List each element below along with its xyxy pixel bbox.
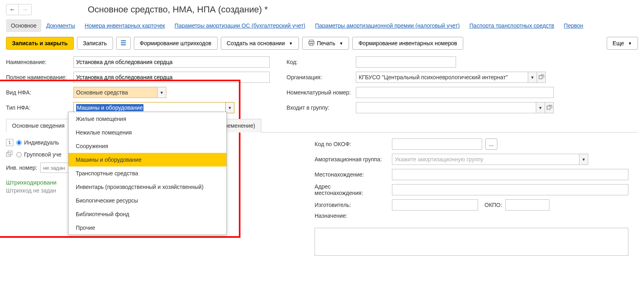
nfa-kind-label: Вид НФА: — [6, 89, 70, 96]
okpo-label: ОКПО: — [485, 202, 502, 208]
dropdown-option[interactable]: Биологические ресурсы — [69, 194, 226, 207]
generate-inventory-numbers-button[interactable]: Формирование инвентарных номеров — [352, 37, 463, 50]
nfa-kind-dropdown-button[interactable]: ▼ — [157, 87, 166, 98]
nav-tab-amortization-bonus[interactable]: Параметры амортизационной премии (налого… — [310, 19, 464, 32]
svg-rect-3 — [309, 40, 313, 42]
organization-open-button[interactable] — [537, 72, 546, 83]
okpo-input[interactable] — [505, 199, 549, 211]
svg-rect-4 — [309, 42, 314, 44]
group-value[interactable] — [356, 102, 536, 113]
nfa-type-label: Тип НФА: — [6, 104, 70, 111]
full-name-input[interactable] — [73, 72, 270, 83]
nomenclature-label: Номенклатурный номер: — [287, 89, 353, 96]
svg-rect-7 — [547, 106, 550, 109]
printer-icon — [308, 40, 315, 47]
arrow-left-icon: ← — [9, 6, 16, 13]
organization-label: Организация: — [287, 74, 353, 80]
okof-label: Код по ОКОФ: — [315, 141, 389, 147]
nav-tab-amortization-params[interactable]: Параметры амортизации ОС (бухгалтерский … — [170, 19, 310, 32]
nfa-kind-value[interactable]: Основные средства — [73, 87, 157, 98]
location-input[interactable] — [392, 169, 628, 180]
single-item-icon: 1 — [6, 139, 13, 146]
dropdown-option[interactable]: Инвентарь (производственный и хозяйствен… — [69, 180, 226, 194]
nomenclature-input[interactable] — [356, 87, 554, 98]
dropdown-option[interactable]: Библиотечный фонд — [69, 207, 226, 221]
arrow-right-icon: → — [22, 6, 28, 13]
list-view-button[interactable] — [116, 37, 131, 50]
dropdown-option[interactable]: Жилые помещения — [69, 112, 226, 126]
nav-tab-vehicle-passports[interactable]: Паспорта транспортных средств — [464, 19, 559, 32]
nav-tab-inventory-cards[interactable]: Номера инвентарных карточек — [80, 19, 170, 32]
nav-tab-first[interactable]: Первон — [559, 19, 588, 32]
svg-rect-1 — [121, 42, 126, 43]
more-button[interactable]: Еще▼ — [607, 37, 638, 50]
svg-rect-6 — [539, 76, 542, 79]
name-input[interactable] — [73, 56, 270, 68]
page-title: Основное средство, НМА, НПА (создание) * — [88, 4, 268, 15]
print-button[interactable]: Печать▼ — [302, 37, 349, 50]
open-icon — [538, 74, 545, 80]
name-label: Наименование: — [6, 59, 70, 65]
group-open-button[interactable] — [545, 102, 554, 113]
purpose-textarea[interactable] — [315, 228, 628, 256]
organization-dropdown-button[interactable]: ▼ — [528, 72, 537, 83]
okof-select-button[interactable]: ... — [485, 138, 497, 150]
accounting-group-radio[interactable]: Групповой уче — [16, 151, 61, 158]
inventory-number-label: Инв. номер: — [6, 165, 37, 171]
nfa-type-dropdown-list: Жилые помещенияНежилые помещенияСооружен… — [68, 112, 227, 235]
code-label: Код: — [287, 59, 353, 65]
manufacturer-input[interactable] — [392, 199, 478, 211]
organization-value[interactable]: КГБУСО "Центральный психоневрологический… — [356, 72, 528, 83]
nfa-type-dropdown-button[interactable]: ▼ — [226, 102, 234, 113]
amort-group-value[interactable]: Укажите амортизационную группу — [392, 154, 579, 165]
dropdown-option[interactable]: Прочие — [69, 221, 226, 235]
amort-group-dropdown-button[interactable]: ▼ — [579, 154, 588, 165]
save-and-close-button[interactable]: Записать и закрыть — [6, 37, 74, 50]
list-icon — [120, 40, 127, 47]
dropdown-option[interactable]: Нежилые помещения — [69, 126, 226, 139]
svg-rect-9 — [8, 151, 12, 155]
svg-rect-5 — [310, 43, 313, 46]
tab-main-info[interactable]: Основные сведения — [6, 119, 71, 132]
address-input[interactable] — [392, 184, 628, 195]
amort-group-label: Амортизационная группа: — [315, 156, 389, 163]
purpose-label: Назначение: — [315, 213, 389, 219]
accounting-individual-radio[interactable]: Индивидуаль — [16, 139, 59, 146]
chevron-down-icon: ▼ — [339, 41, 343, 46]
chevron-down-icon: ▼ — [289, 41, 293, 46]
inventory-number-input[interactable] — [40, 163, 69, 173]
okof-input[interactable] — [392, 138, 482, 150]
save-button[interactable]: Записать — [77, 37, 113, 50]
dropdown-option[interactable]: Машины и оборудование — [69, 153, 226, 167]
open-icon — [546, 104, 553, 111]
svg-rect-8 — [6, 153, 10, 157]
full-name-label: Полное наименование: — [6, 74, 70, 80]
group-label: Входит в группу: — [287, 104, 353, 111]
location-label: Местонахождение: — [315, 171, 389, 178]
multi-item-icon — [6, 151, 13, 159]
create-based-on-button[interactable]: Создать на основании▼ — [221, 37, 299, 50]
nav-tab-main[interactable]: Основное — [6, 19, 41, 32]
svg-rect-0 — [121, 40, 126, 41]
nav-back-button[interactable]: ← — [6, 4, 19, 15]
address-label: Адрес местонахождения: — [315, 183, 389, 196]
nav-tab-documents[interactable]: Документы — [41, 19, 80, 32]
nav-forward-button[interactable]: → — [19, 4, 32, 15]
chevron-down-icon: ▼ — [628, 41, 632, 46]
code-input[interactable] — [356, 56, 456, 68]
dropdown-option[interactable]: Транспортные средства — [69, 167, 226, 180]
generate-barcodes-button[interactable]: Формирование штрихкодов — [134, 37, 218, 50]
dropdown-option[interactable]: Сооружения — [69, 139, 226, 153]
svg-rect-2 — [121, 44, 126, 45]
manufacturer-label: Изготовитель: — [315, 202, 389, 208]
group-dropdown-button[interactable]: ▼ — [536, 102, 545, 113]
